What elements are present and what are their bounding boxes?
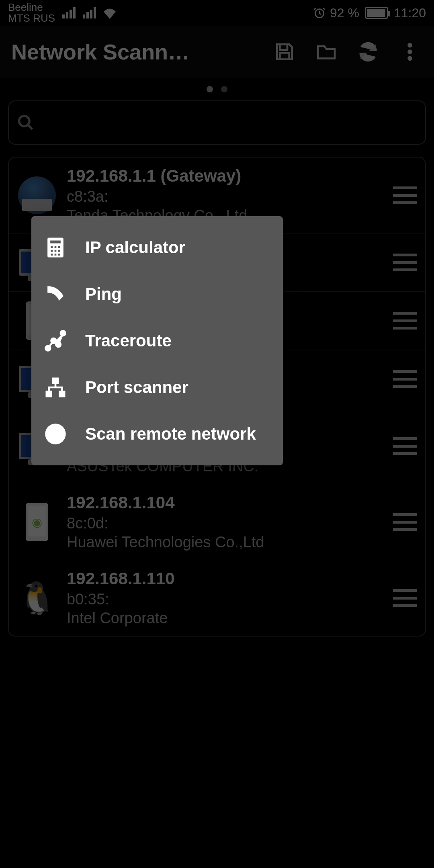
boomerang-icon xyxy=(43,282,68,306)
svg-point-18 xyxy=(56,342,61,347)
device-ip: 192.168.1.1 (Gateway) xyxy=(67,166,383,186)
svg-point-4 xyxy=(19,116,30,127)
device-menu-button[interactable] xyxy=(393,312,417,330)
refresh-button[interactable] xyxy=(355,39,381,65)
pager-indicator xyxy=(0,78,434,100)
menu-label: Traceroute xyxy=(85,331,172,350)
svg-rect-20 xyxy=(53,378,58,384)
device-menu-button[interactable] xyxy=(393,437,417,455)
alarm-icon xyxy=(313,6,326,19)
overflow-menu-button[interactable] xyxy=(397,39,423,65)
clock-time: 11:20 xyxy=(394,6,426,20)
tools-menu: IP calculator Ping Traceroute Port scann… xyxy=(31,216,283,465)
page-dot-1[interactable] xyxy=(207,86,213,92)
device-menu-button[interactable] xyxy=(393,370,417,388)
device-row[interactable]: 🐧 192.168.1.110 b0:35: Intel Corporate xyxy=(9,560,425,636)
trace-icon xyxy=(43,329,68,353)
svg-rect-6 xyxy=(50,240,61,244)
menu-item-scan-remote[interactable]: Scan remote network xyxy=(31,411,283,457)
app-title: Network Scann… xyxy=(11,39,256,64)
folder-button[interactable] xyxy=(313,39,339,65)
search-icon xyxy=(17,114,35,131)
phone-android-icon: ◉ xyxy=(17,502,57,542)
svg-point-19 xyxy=(61,331,66,336)
globe-icon xyxy=(43,422,68,446)
device-vendor: Huawei Technologies Co.,Ltd xyxy=(67,534,383,551)
svg-rect-14 xyxy=(54,253,57,256)
svg-point-2 xyxy=(408,50,411,53)
carrier-2: MTS RUS xyxy=(8,13,55,24)
device-mac: 8c:0d: xyxy=(67,515,383,532)
svg-point-1 xyxy=(408,43,411,47)
device-vendor: Intel Corporate xyxy=(67,610,383,627)
page-dot-2[interactable] xyxy=(221,86,227,92)
save-button[interactable] xyxy=(272,39,297,65)
device-ip: 192.168.1.110 xyxy=(67,569,383,588)
svg-point-3 xyxy=(408,57,411,60)
menu-item-traceroute[interactable]: Traceroute xyxy=(31,317,283,364)
app-bar: Network Scann… xyxy=(0,26,434,78)
svg-rect-9 xyxy=(58,246,61,248)
device-mac: b0:35: xyxy=(67,591,383,608)
wifi-icon xyxy=(102,7,117,19)
menu-item-port-scanner[interactable]: Port scanner xyxy=(31,364,283,411)
svg-point-17 xyxy=(51,338,56,343)
svg-point-16 xyxy=(46,346,51,351)
menu-item-ip-calculator[interactable]: IP calculator xyxy=(31,224,283,271)
carrier-1: Beeline xyxy=(8,2,55,13)
battery-percent: 92 % xyxy=(330,6,359,20)
signal-icon-1 xyxy=(62,7,76,18)
router-icon xyxy=(17,175,57,215)
status-bar: Beeline MTS RUS 92 % 11:20 xyxy=(0,0,434,26)
svg-rect-15 xyxy=(58,253,61,256)
signal-icon-2 xyxy=(83,7,96,18)
search-input[interactable] xyxy=(8,100,426,145)
device-ip: 192.168.1.104 xyxy=(67,493,383,512)
menu-item-ping[interactable]: Ping xyxy=(31,271,283,317)
svg-rect-12 xyxy=(58,250,61,252)
device-menu-button[interactable] xyxy=(393,254,417,271)
battery-icon xyxy=(365,7,388,19)
device-menu-button[interactable] xyxy=(393,186,417,204)
device-mac: c8:3a: xyxy=(67,188,383,205)
svg-rect-10 xyxy=(50,250,53,252)
svg-rect-8 xyxy=(54,246,57,248)
svg-rect-13 xyxy=(50,253,53,256)
menu-label: Scan remote network xyxy=(85,424,256,444)
svg-rect-21 xyxy=(46,391,52,397)
calculator-icon xyxy=(43,235,68,260)
network-icon xyxy=(43,375,68,399)
menu-label: Port scanner xyxy=(85,378,188,397)
linux-penguin-icon: 🐧 xyxy=(17,578,57,618)
device-menu-button[interactable] xyxy=(393,589,417,607)
menu-label: IP calculator xyxy=(85,238,185,257)
device-menu-button[interactable] xyxy=(393,513,417,531)
svg-rect-22 xyxy=(59,391,65,397)
device-row[interactable]: ◉ 192.168.1.104 8c:0d: Huawei Technologi… xyxy=(9,484,425,560)
menu-label: Ping xyxy=(85,285,122,304)
svg-rect-7 xyxy=(50,246,53,248)
svg-rect-11 xyxy=(54,250,57,252)
